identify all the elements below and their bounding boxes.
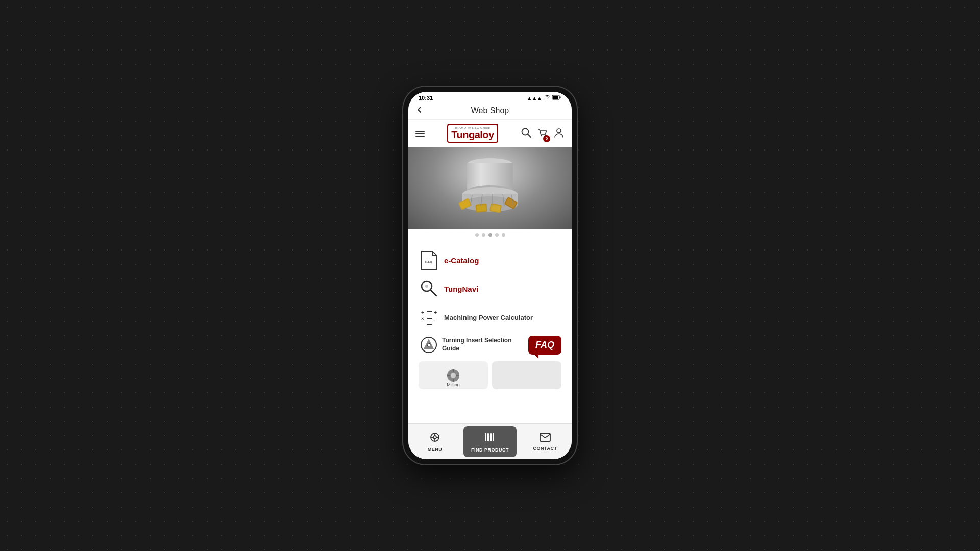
svg-point-48 bbox=[433, 436, 436, 439]
hero-tool-svg bbox=[434, 149, 546, 228]
logo-wrapper: INAMURA R&C Group Tungaloy bbox=[447, 124, 498, 143]
turning-label: Turning Insert Selection Guide bbox=[442, 337, 513, 353]
svg-rect-17 bbox=[477, 205, 486, 212]
ecatalog-icon: CAD bbox=[419, 250, 439, 270]
top-bar: Web Shop bbox=[408, 103, 572, 120]
carousel-dots bbox=[408, 229, 572, 241]
svg-text:+: + bbox=[421, 309, 424, 315]
search-button[interactable] bbox=[521, 127, 532, 140]
page-title: Web Shop bbox=[471, 106, 509, 115]
faq-button[interactable]: FAQ bbox=[523, 336, 561, 355]
svg-point-40 bbox=[427, 343, 430, 346]
hamburger-line bbox=[415, 136, 425, 137]
svg-rect-2 bbox=[560, 97, 561, 98]
find-product-icon bbox=[484, 431, 496, 446]
find-product-label: FIND PRODUCT bbox=[471, 447, 509, 453]
header-nav: INAMURA R&C Group Tungaloy bbox=[408, 120, 572, 147]
svg-rect-1 bbox=[553, 96, 558, 99]
partial-card-milling[interactable]: Milling bbox=[419, 361, 488, 389]
svg-rect-56 bbox=[493, 433, 494, 441]
carousel-dot-5[interactable] bbox=[502, 233, 505, 237]
menu-label: MENU bbox=[428, 447, 443, 452]
logo-area[interactable]: INAMURA R&C Group Tungaloy bbox=[447, 124, 498, 143]
calculator-label: Machining Power Calculator bbox=[444, 314, 533, 321]
calculator-label-wrapper: Machining Power Calculator bbox=[444, 313, 533, 322]
content-area: CAD e-Catalog TungNavi bbox=[408, 241, 572, 423]
back-button[interactable] bbox=[415, 106, 424, 116]
menu-icon bbox=[429, 432, 440, 445]
carousel-dot-4[interactable] bbox=[495, 233, 499, 237]
svg-text:÷: ÷ bbox=[434, 309, 437, 315]
battery-icon bbox=[552, 95, 561, 101]
signal-icon: ▲▲▲ bbox=[527, 95, 542, 101]
user-button[interactable] bbox=[553, 127, 565, 140]
svg-point-5 bbox=[541, 135, 542, 136]
svg-rect-55 bbox=[490, 433, 492, 441]
partial-card-2[interactable] bbox=[492, 361, 561, 389]
svg-text:=: = bbox=[433, 317, 435, 322]
nav-icons: 0 bbox=[521, 127, 565, 140]
hamburger-line bbox=[415, 131, 425, 132]
hamburger-line bbox=[415, 133, 425, 134]
milling-card-label: Milling bbox=[447, 382, 460, 387]
hero-image-inner bbox=[408, 147, 572, 229]
tungnavi-label: TungNavi bbox=[444, 285, 478, 293]
svg-point-42 bbox=[451, 373, 456, 378]
cart-badge: 0 bbox=[543, 135, 550, 142]
svg-text:CAD: CAD bbox=[425, 260, 432, 264]
faq-badge: FAQ bbox=[528, 336, 561, 355]
wifi-icon bbox=[544, 95, 550, 101]
nav-find-product-button[interactable]: FIND PRODUCT bbox=[463, 426, 517, 457]
phone-frame: 10:31 ▲▲▲ bbox=[403, 87, 577, 464]
turning-faq-row: Turning Insert Selection Guide FAQ bbox=[419, 332, 561, 358]
svg-rect-57 bbox=[540, 433, 550, 441]
carousel-dot-3[interactable] bbox=[488, 233, 492, 237]
svg-rect-54 bbox=[487, 433, 489, 441]
calculator-row[interactable]: + × ÷ = Machining Power Calculator bbox=[419, 303, 561, 332]
status-time: 10:31 bbox=[419, 95, 433, 101]
cart-button[interactable]: 0 bbox=[537, 127, 548, 140]
svg-text:×: × bbox=[421, 316, 424, 321]
carousel-dot-1[interactable] bbox=[475, 233, 479, 237]
hero-image bbox=[408, 147, 572, 229]
logo-main: Tungaloy bbox=[451, 129, 494, 141]
carousel-dot-2[interactable] bbox=[482, 233, 485, 237]
svg-point-30 bbox=[425, 285, 428, 288]
status-bar: 10:31 ▲▲▲ bbox=[408, 92, 572, 103]
hamburger-menu[interactable] bbox=[415, 131, 425, 137]
svg-point-7 bbox=[557, 129, 561, 133]
status-icons: ▲▲▲ bbox=[527, 95, 561, 101]
contact-label: CONTACT bbox=[533, 446, 557, 451]
turning-icon bbox=[419, 335, 439, 355]
ecatalog-label: e-Catalog bbox=[444, 256, 479, 265]
tungnavi-row[interactable]: TungNavi bbox=[419, 274, 561, 303]
ecatalog-row[interactable]: CAD e-Catalog bbox=[419, 246, 561, 274]
svg-rect-53 bbox=[485, 433, 486, 441]
turning-item[interactable]: Turning Insert Selection Guide bbox=[419, 335, 513, 355]
partial-cards-row: Milling bbox=[419, 358, 561, 390]
svg-line-29 bbox=[430, 290, 436, 296]
calculator-icon: + × ÷ = bbox=[419, 307, 439, 328]
contact-icon bbox=[540, 433, 551, 444]
tungnavi-icon bbox=[419, 279, 439, 299]
bottom-nav: MENU FIND PRODUCT bbox=[408, 423, 572, 459]
svg-line-4 bbox=[528, 134, 531, 137]
phone-screen: 10:31 ▲▲▲ bbox=[408, 92, 572, 459]
nav-menu-button[interactable]: MENU bbox=[408, 424, 461, 459]
nav-contact-button[interactable]: CONTACT bbox=[519, 424, 572, 459]
